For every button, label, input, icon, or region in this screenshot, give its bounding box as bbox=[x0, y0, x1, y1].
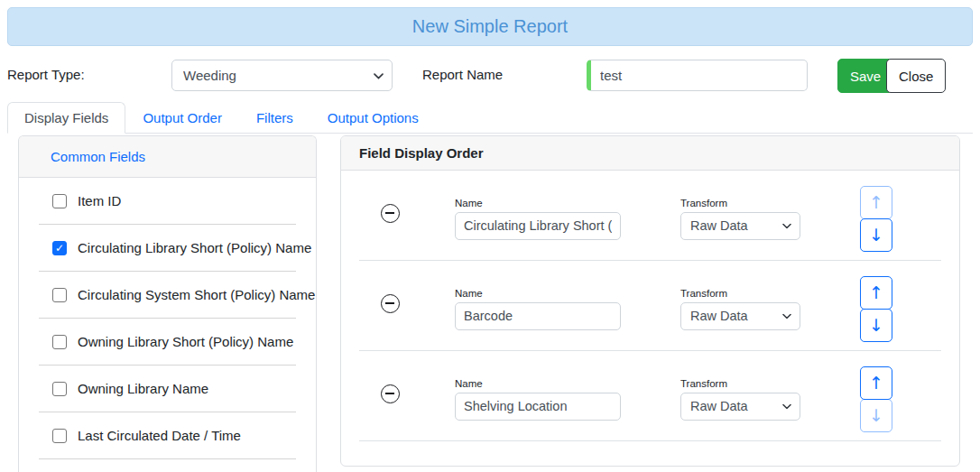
transform-select-wrap: Raw Data bbox=[680, 212, 800, 240]
tab-output-options[interactable]: Output Options bbox=[310, 102, 436, 134]
tab-display-fields[interactable]: Display Fields bbox=[7, 102, 125, 134]
field-label: Owning Library Short (Policy) Name bbox=[78, 334, 293, 349]
field-label: Item ID bbox=[78, 193, 121, 208]
remove-field-button[interactable] bbox=[379, 383, 401, 404]
move-up-button[interactable]: ↑ bbox=[860, 366, 892, 400]
report-name-input[interactable] bbox=[587, 60, 808, 91]
name-label: Name bbox=[455, 378, 621, 389]
minus-circle-icon bbox=[381, 384, 400, 403]
field-checkbox[interactable]: ✓ bbox=[52, 194, 67, 208]
field-list-divider bbox=[39, 458, 296, 459]
field-label: Last Circulated Date / Time bbox=[78, 428, 241, 443]
arrow-up-icon: ↑ bbox=[869, 282, 883, 302]
field-checkbox[interactable]: ✓ bbox=[52, 382, 67, 396]
report-type-label: Report Type: bbox=[7, 67, 85, 82]
common-fields-list: ✓ Item ID ✓ Circulating Library Short (P… bbox=[19, 178, 316, 459]
arrow-down-icon: ↓ bbox=[869, 225, 883, 245]
tab-label: Output Options bbox=[328, 110, 419, 125]
field-checkbox[interactable]: ✓ bbox=[52, 288, 67, 302]
field-name-input[interactable] bbox=[455, 302, 621, 330]
tab-label: Output Order bbox=[143, 110, 222, 125]
report-name-label: Report Name bbox=[422, 67, 503, 82]
field-display-order-rows: Name Transform Raw Data ↑ ↓ Name Tra bbox=[341, 171, 959, 441]
row-divider bbox=[359, 440, 941, 441]
minus-circle-icon bbox=[381, 294, 400, 313]
arrow-down-icon: ↓ bbox=[869, 315, 883, 335]
field-checkbox-row[interactable]: ✓ Owning Library Short (Policy) Name bbox=[19, 319, 316, 365]
common-fields-link[interactable]: Common Fields bbox=[51, 149, 145, 164]
transform-select-wrap: Raw Data bbox=[680, 393, 800, 421]
page-title: New Simple Report bbox=[412, 16, 568, 37]
field-display-order-title: Field Display Order bbox=[359, 145, 484, 161]
name-label: Name bbox=[455, 288, 621, 299]
move-up-button[interactable]: ↑ bbox=[860, 276, 892, 310]
transform-select[interactable]: Raw Data bbox=[680, 393, 800, 421]
transform-select[interactable]: Raw Data bbox=[680, 212, 800, 240]
field-checkbox-row[interactable]: ✓ Circulating Library Short (Policy) Nam… bbox=[19, 225, 316, 271]
reorder-buttons: ↑ ↓ bbox=[860, 366, 892, 432]
move-down-button[interactable]: ↓ bbox=[860, 218, 892, 252]
transform-field-group: Transform Raw Data bbox=[680, 198, 800, 240]
field-order-row: Name Transform Raw Data ↑ ↓ bbox=[341, 171, 959, 261]
save-button[interactable]: Save bbox=[837, 59, 893, 93]
field-checkbox-row[interactable]: ✓ Last Circulated Date / Time bbox=[19, 412, 316, 458]
reorder-buttons: ↑ ↓ bbox=[860, 276, 892, 342]
field-checkbox-row[interactable]: ✓ Owning Library Name bbox=[19, 366, 316, 412]
report-toolbar: Report Type: Weeding Report Name Save Cl… bbox=[7, 59, 973, 93]
field-label: Owning Library Name bbox=[78, 381, 208, 396]
field-order-row: Name Transform Raw Data ↑ ↓ bbox=[341, 261, 959, 351]
name-label: Name bbox=[455, 198, 621, 208]
field-checkbox-row[interactable]: ✓ Item ID bbox=[19, 178, 316, 224]
arrow-up-icon: ↑ bbox=[869, 373, 883, 393]
tab-filters[interactable]: Filters bbox=[239, 102, 310, 134]
field-label: Circulating System Short (Policy) Name bbox=[78, 287, 315, 302]
transform-select[interactable]: Raw Data bbox=[680, 302, 800, 330]
common-fields-header[interactable]: Common Fields bbox=[19, 136, 316, 178]
display-fields-panel: Common Fields ✓ Item ID ✓ Circulating Li… bbox=[18, 135, 317, 472]
transform-field-group: Transform Raw Data bbox=[680, 288, 800, 330]
name-field-group: Name bbox=[455, 378, 621, 421]
field-checkbox[interactable]: ✓ bbox=[52, 335, 67, 349]
field-display-order-panel: Field Display Order Name Transform Raw D… bbox=[340, 135, 960, 467]
tab-output-order[interactable]: Output Order bbox=[125, 102, 239, 134]
minus-circle-icon bbox=[381, 204, 400, 223]
report-type-select-wrap: Weeding bbox=[171, 60, 393, 91]
move-down-button[interactable]: ↓ bbox=[860, 309, 892, 342]
report-tabs: Display Fields Output Order Filters Outp… bbox=[7, 100, 973, 134]
field-label: Circulating Library Short (Policy) Name bbox=[78, 240, 311, 255]
remove-field-button[interactable] bbox=[379, 202, 401, 224]
transform-label: Transform bbox=[680, 198, 800, 208]
field-name-input[interactable] bbox=[455, 212, 621, 240]
arrow-down-icon: ↓ bbox=[869, 405, 883, 425]
move-down-button[interactable]: ↓ bbox=[860, 399, 892, 432]
transform-field-group: Transform Raw Data bbox=[680, 378, 800, 421]
close-button[interactable]: Close bbox=[886, 59, 946, 93]
tab-label: Filters bbox=[256, 110, 293, 125]
tab-label: Display Fields bbox=[24, 110, 108, 125]
report-type-select[interactable]: Weeding bbox=[171, 60, 393, 91]
field-checkbox-row[interactable]: ✓ Circulating System Short (Policy) Name bbox=[19, 272, 316, 318]
remove-field-button[interactable] bbox=[379, 292, 401, 314]
check-icon: ✓ bbox=[55, 243, 64, 254]
transform-select-wrap: Raw Data bbox=[680, 302, 800, 330]
field-name-input[interactable] bbox=[455, 393, 621, 421]
page-title-banner: New Simple Report bbox=[7, 7, 973, 46]
transform-label: Transform bbox=[680, 288, 800, 299]
transform-label: Transform bbox=[680, 378, 800, 389]
field-display-order-header: Field Display Order bbox=[341, 136, 959, 171]
field-checkbox[interactable]: ✓ bbox=[52, 241, 67, 255]
field-checkbox[interactable]: ✓ bbox=[52, 429, 67, 443]
name-field-group: Name bbox=[455, 288, 621, 330]
arrow-up-icon: ↑ bbox=[869, 192, 883, 212]
field-order-row: Name Transform Raw Data ↑ ↓ bbox=[341, 351, 959, 441]
name-field-group: Name bbox=[455, 198, 621, 240]
move-up-button[interactable]: ↑ bbox=[860, 186, 892, 219]
reorder-buttons: ↑ ↓ bbox=[860, 186, 892, 252]
